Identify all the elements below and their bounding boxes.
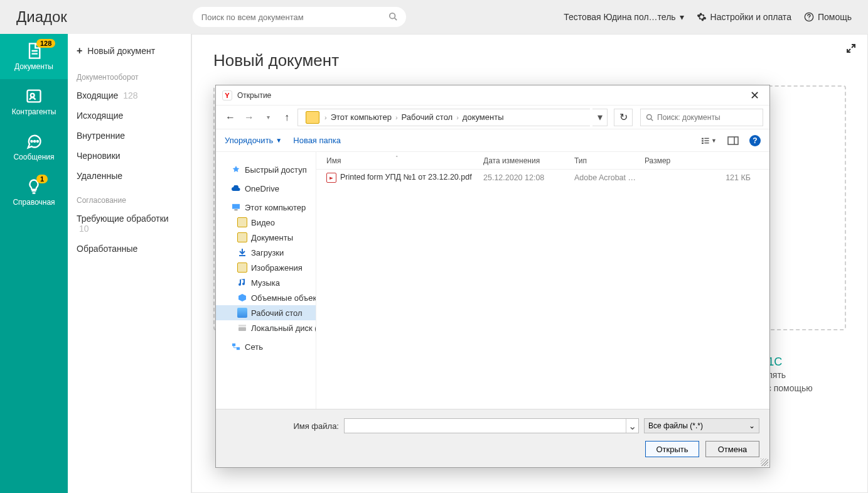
yandex-icon — [222, 90, 232, 100]
logo: Диадок — [16, 8, 67, 26]
svg-rect-15 — [704, 140, 709, 141]
open-button[interactable]: Открыть — [645, 441, 699, 457]
sidebar-item-outbox[interactable]: Исходящие — [68, 106, 191, 126]
col-type[interactable]: Тип — [571, 156, 641, 165]
search-icon — [646, 114, 653, 121]
sidebar-item-internal[interactable]: Внутренние — [68, 126, 191, 146]
sidebar-item-drafts[interactable]: Черновики — [68, 146, 191, 166]
tree-desktop[interactable]: Рабочий стол — [216, 305, 316, 320]
sort-indicator-icon: ˄ — [395, 155, 399, 161]
dialog-nav: ← → ▾ ↑ › Этот компьютер › Рабочий стол … — [216, 106, 769, 129]
folder-icon — [306, 111, 319, 124]
download-icon — [237, 247, 247, 257]
svg-point-7 — [34, 141, 35, 142]
svg-point-8 — [37, 141, 38, 142]
svg-point-6 — [31, 141, 32, 142]
svg-rect-19 — [232, 204, 240, 209]
forward-button[interactable]: → — [241, 109, 257, 126]
sidebar-item-pending[interactable]: Требующие обработки 10 — [68, 209, 191, 239]
resize-handle[interactable] — [761, 458, 768, 466]
back-button[interactable]: ← — [222, 109, 238, 126]
search-icon — [388, 12, 397, 23]
up-button[interactable]: ↑ — [279, 109, 295, 126]
badge: 1 — [36, 175, 48, 183]
breadcrumb-seg[interactable]: документы — [463, 112, 504, 122]
preview-pane-button[interactable] — [726, 134, 741, 148]
file-row[interactable]: Printed form УПД №1 от 23.12.20.pdf 25.1… — [316, 170, 769, 186]
search-input[interactable] — [201, 13, 388, 22]
app-header: Диадок Тестовая Юдина пол…тель▾ Настройк… — [0, 0, 868, 34]
svg-rect-23 — [232, 344, 235, 346]
svg-rect-11 — [702, 138, 704, 139]
gear-icon — [697, 12, 707, 22]
breadcrumb-seg[interactable]: Рабочий стол — [402, 112, 453, 122]
col-name[interactable]: Имя˄ — [323, 156, 480, 165]
filetype-select[interactable]: Все файлы (*.*)⌄ — [644, 418, 759, 433]
breadcrumb[interactable]: › Этот компьютер › Рабочий стол › докуме… — [297, 109, 590, 126]
new-folder-button[interactable]: Новая папка — [293, 136, 341, 145]
refresh-button[interactable]: ↻ — [614, 109, 633, 126]
breadcrumb-dropdown[interactable]: ▾ — [592, 109, 608, 126]
tree-music[interactable]: Музыка — [216, 275, 316, 290]
svg-point-0 — [390, 13, 395, 18]
svg-point-3 — [808, 19, 809, 19]
page-title: Новый документ — [213, 51, 846, 70]
tree-3d[interactable]: Объемные объект… — [216, 290, 316, 305]
tree-quick-access[interactable]: Быстрый доступ — [216, 162, 316, 177]
tree-onedrive[interactable]: OneDrive — [216, 181, 316, 196]
user-menu[interactable]: Тестовая Юдина пол…тель▾ — [564, 12, 683, 22]
tree-disk-c[interactable]: Локальный диск (C — [216, 320, 316, 335]
sidebar: + Новый документ Документооборот Входящи… — [68, 34, 191, 493]
nav-rail: 128 Документы Контрагенты Сообщения 1 Сп… — [0, 34, 68, 493]
svg-rect-17 — [728, 137, 738, 144]
chevron-down-icon: ▼ — [276, 137, 282, 144]
help-icon[interactable]: ? — [749, 135, 761, 146]
svg-rect-22 — [238, 325, 246, 327]
col-size[interactable]: Размер — [641, 156, 769, 165]
filename-input[interactable]: ⌄ — [344, 418, 639, 433]
rail-help[interactable]: 1 Справочная — [0, 170, 68, 215]
organize-dropdown[interactable]: Упорядочить ▼ — [225, 136, 282, 145]
breadcrumb-seg[interactable]: Этот компьютер — [331, 112, 392, 122]
svg-rect-12 — [702, 140, 704, 141]
rail-contragents[interactable]: Контрагенты — [0, 79, 68, 124]
sidebar-item-inbox[interactable]: Входящие 128 — [68, 85, 191, 106]
cube-icon — [237, 293, 247, 303]
settings-link[interactable]: Настройки и оплата — [697, 12, 791, 22]
rail-documents[interactable]: 128 Документы — [0, 34, 68, 79]
folder-tree: Быстрый доступ OneDrive Этот компьютер В… — [216, 152, 316, 409]
tree-this-pc[interactable]: Этот компьютер — [216, 200, 316, 215]
svg-point-5 — [31, 94, 35, 97]
file-list-header: Имя˄ Дата изменения Тип Размер — [316, 152, 769, 170]
dialog-toolbar: Упорядочить ▼ Новая папка ▼ ? — [216, 129, 769, 152]
tree-documents[interactable]: Документы — [216, 230, 316, 245]
folder-search[interactable] — [640, 109, 763, 126]
folder-search-input[interactable] — [657, 113, 758, 122]
help-icon — [804, 12, 814, 22]
sidebar-item-deleted[interactable]: Удаленные — [68, 166, 191, 186]
help-link[interactable]: Помощь — [804, 12, 852, 22]
col-date[interactable]: Дата изменения — [480, 156, 571, 165]
folder-icon — [237, 232, 247, 242]
chevron-down-icon[interactable]: ⌄ — [626, 419, 638, 433]
music-icon — [237, 278, 247, 288]
expand-icon[interactable] — [846, 43, 856, 56]
recent-dropdown[interactable]: ▾ — [260, 109, 276, 126]
tree-videos[interactable]: Видео — [216, 215, 316, 230]
new-document-button[interactable]: + Новый документ — [68, 39, 191, 63]
rail-messages[interactable]: Сообщения — [0, 124, 68, 170]
sidebar-item-processed[interactable]: Обработанные — [68, 239, 191, 259]
tree-network[interactable]: Сеть — [216, 339, 316, 354]
svg-line-1 — [394, 18, 397, 20]
plus-icon: + — [77, 45, 82, 57]
view-mode-dropdown[interactable]: ▼ — [702, 134, 717, 148]
svg-rect-14 — [704, 138, 709, 138]
chat-icon — [25, 133, 43, 150]
cancel-button[interactable]: Отмена — [705, 441, 759, 457]
global-search[interactable] — [193, 7, 406, 27]
svg-rect-13 — [702, 142, 704, 143]
section-header: Документооборот — [68, 63, 191, 85]
tree-downloads[interactable]: Загрузки — [216, 245, 316, 260]
tree-pictures[interactable]: Изображения — [216, 260, 316, 275]
close-button[interactable]: ✕ — [746, 89, 763, 102]
